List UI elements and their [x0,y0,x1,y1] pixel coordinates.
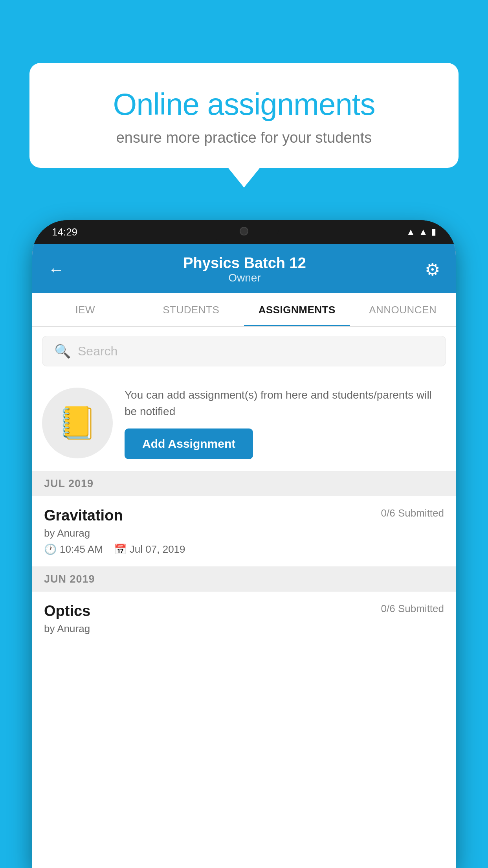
wifi-icon: ▲ [406,227,415,237]
notebook-icon: 📒 [58,405,97,441]
batch-title: Physics Batch 12 [183,255,306,272]
promo-text: You can add assignment(s) from here and … [125,387,446,420]
assignment-time: 10:45 AM [60,543,103,555]
back-button[interactable]: ← [48,261,64,278]
content-area: 🔍 Search 📒 You can add assignment(s) fro… [32,327,456,868]
promo-icon-circle: 📒 [42,388,113,458]
assignment-submitted-optics: 0/6 Submitted [381,603,444,615]
app-header: ← Physics Batch 12 Owner ⚙ [32,244,456,293]
status-time: 14:29 [52,226,77,238]
camera [240,227,248,235]
batch-subtitle: Owner [183,272,306,284]
assignment-date: Jul 07, 2019 [130,543,185,555]
assignment-by-optics: by Anurag [44,623,444,635]
assignment-name-optics: Optics [44,603,90,620]
meta-time: 🕐 10:45 AM [44,543,103,555]
add-assignment-button[interactable]: Add Assignment [125,428,253,459]
search-bar[interactable]: 🔍 Search [42,336,446,366]
search-icon: 🔍 [54,343,71,359]
tab-announcements[interactable]: ANNOUNCEN [350,293,456,326]
promo-section: 📒 You can add assignment(s) from here an… [32,375,456,471]
assignment-item-top: Gravitation 0/6 Submitted [44,507,444,524]
tab-assignments[interactable]: ASSIGNMENTS [244,293,350,326]
signal-icon: ▲ [419,227,427,237]
speech-bubble: Online assignments ensure more practice … [29,63,459,168]
section-header-jun: JUN 2019 [32,567,456,592]
status-icons: ▲ ▲ ▮ [406,227,436,237]
tabs-bar: IEW STUDENTS ASSIGNMENTS ANNOUNCEN [32,293,456,327]
tab-iew[interactable]: IEW [32,293,138,326]
assignment-submitted: 0/6 Submitted [381,507,444,519]
search-bar-wrapper: 🔍 Search [32,327,456,375]
tab-students[interactable]: STUDENTS [138,293,244,326]
calendar-icon: 📅 [114,543,127,555]
assignment-by: by Anurag [44,527,444,539]
battery-icon: ▮ [431,227,436,237]
section-header-jul: JUL 2019 [32,471,456,496]
settings-icon[interactable]: ⚙ [425,259,440,280]
clock-icon: 🕐 [44,543,57,555]
search-placeholder[interactable]: Search [78,344,117,359]
speech-bubble-subtitle: ensure more practice for your students [57,129,431,146]
phone-screen: ← Physics Batch 12 Owner ⚙ IEW STUDENTS … [32,244,456,868]
header-title-block: Physics Batch 12 Owner [183,255,306,284]
assignment-meta: 🕐 10:45 AM 📅 Jul 07, 2019 [44,543,444,555]
assignment-name: Gravitation [44,507,123,524]
speech-bubble-title: Online assignments [57,86,431,122]
assignment-item-gravitation[interactable]: Gravitation 0/6 Submitted by Anurag 🕐 10… [32,496,456,567]
phone-notch [209,220,279,242]
assignment-item-top-optics: Optics 0/6 Submitted [44,603,444,620]
phone-frame: 14:29 ▲ ▲ ▮ ← Physics Batch 12 Owner ⚙ I… [32,220,456,868]
status-bar: 14:29 ▲ ▲ ▮ [32,220,456,244]
promo-content: You can add assignment(s) from here and … [125,387,446,459]
assignment-item-optics[interactable]: Optics 0/6 Submitted by Anurag [32,592,456,650]
meta-date: 📅 Jul 07, 2019 [114,543,185,555]
